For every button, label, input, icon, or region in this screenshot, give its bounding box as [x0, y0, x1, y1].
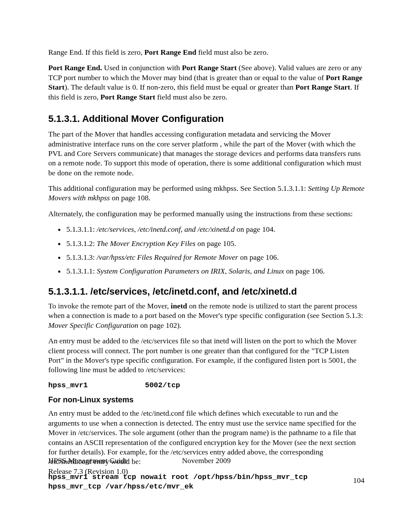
heading-5-1-3-1-1: 5.1.3.1.1. /etc/services, /etc/inetd.con… — [48, 286, 364, 298]
bold-text: Port Range Start — [100, 93, 155, 101]
italic-text: /etc/services, /etc/inetd.conf, and /etc… — [97, 225, 235, 233]
list-item: 5.1.3.1.1: /etc/services, /etc/inetd.con… — [65, 224, 364, 234]
text: This additional configuration may be per… — [48, 184, 308, 193]
document-page: Range End. If this field is zero, Port R… — [0, 0, 411, 532]
text: Range End. If this field is zero, — [48, 48, 144, 56]
paragraph: Alternately, the configuration may be pe… — [48, 209, 364, 218]
text: ). The default value is 0. If non-zero, … — [65, 83, 296, 91]
text: field must also be zero. — [155, 93, 227, 101]
bold-text: Port Range Start — [182, 63, 237, 72]
paragraph: To invoke the remote part of the Mover, … — [48, 301, 364, 330]
text: 5.1.3.1.1: — [66, 225, 97, 233]
bold-text: inetd — [171, 302, 187, 310]
text: on page 104. — [235, 225, 275, 233]
text: Used in conjunction with — [102, 63, 182, 72]
heading-non-linux: For non-Linux systems — [48, 395, 364, 405]
footer-guide: HPSS Management Guide — [48, 456, 128, 465]
list-item: 5.1.3.1.1: System Configuration Paramete… — [65, 266, 364, 276]
list-item: 5.1.3.1.2: The Mover Encryption Key File… — [65, 239, 364, 248]
bold-text: Port Range Start — [296, 83, 350, 91]
text: on page 106. — [284, 267, 325, 275]
italic-text: System Configuration Parameters on IRIX,… — [97, 267, 284, 275]
paragraph-range-end-cont: Range End. If this field is zero, Port R… — [48, 47, 364, 57]
footer-page-number: 104 — [353, 476, 364, 485]
bold-text: Port Range End — [144, 48, 196, 56]
text: on page 102). — [138, 321, 181, 330]
page-footer: November 2009 HPSS Management Guide Rele… — [48, 456, 364, 476]
text: To invoke the remote part of the Mover, — [48, 302, 171, 310]
italic-text: Mover Specific Configuration — [48, 321, 138, 330]
footer-release: Release 7.3 (Revision 1.0) — [48, 467, 128, 476]
paragraph: The part of the Mover that handles acces… — [48, 129, 364, 177]
text: on page 105. — [196, 239, 236, 248]
code-block-services: hpss_mvr1 5002/tcp — [48, 381, 364, 390]
bullet-list: 5.1.3.1.1: /etc/services, /etc/inetd.con… — [48, 224, 364, 276]
text: 5.1.3.1.3: — [66, 253, 97, 261]
text: 5.1.3.1.2: — [66, 239, 97, 248]
paragraph-port-range-end: Port Range End. Used in conjunction with… — [48, 63, 364, 102]
list-item: 5.1.3.1.3: /var/hpss/etc Files Required … — [65, 252, 364, 262]
text: on page 108. — [110, 193, 150, 202]
text: on page 106. — [238, 253, 279, 261]
paragraph: This additional configuration may be per… — [48, 184, 364, 203]
text: field must also be zero. — [196, 48, 268, 56]
paragraph: An entry must be added to the /etc/servi… — [48, 336, 364, 375]
bold-text: Port Range End. — [48, 63, 102, 72]
italic-text: /var/hpss/etc Files Required for Remote … — [97, 253, 238, 261]
text: 5.1.3.1.1: — [66, 267, 97, 275]
italic-text: The Mover Encryption Key Files — [97, 239, 196, 248]
heading-5-1-3-1: 5.1.3.1. Additional Mover Configuration — [48, 113, 364, 125]
